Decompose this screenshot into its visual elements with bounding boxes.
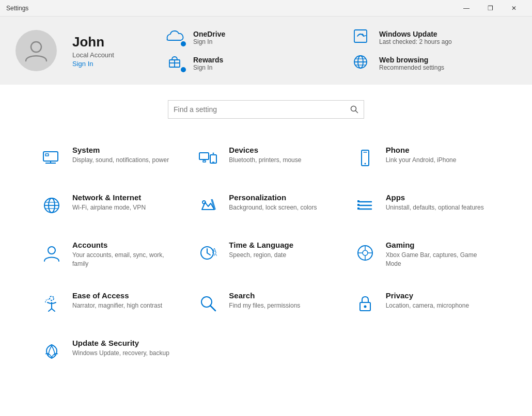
search-box[interactable] xyxy=(168,100,364,119)
accounts-desc: Your accounts, email, sync, work, family xyxy=(72,251,176,268)
service-web-browsing[interactable]: Web browsing Recommended settings xyxy=(351,53,517,74)
settings-item-system[interactable]: System Display, sound, notifications, po… xyxy=(31,134,187,182)
rewards-dot xyxy=(180,66,187,73)
profile-account-type: Local Account xyxy=(72,51,134,59)
svg-text:A: A xyxy=(214,252,217,257)
gaming-text: Gaming Xbox Game Bar, captures, Game Mod… xyxy=(386,241,489,268)
close-button[interactable]: ✕ xyxy=(502,0,526,17)
minimize-button[interactable]: — xyxy=(455,0,478,17)
search-settings-desc: Find my files, permissions xyxy=(229,301,300,310)
settings-item-accounts[interactable]: Accounts Your accounts, email, sync, wor… xyxy=(31,229,187,280)
search-button[interactable] xyxy=(350,105,358,114)
service-windows-update[interactable]: Windows Update Last checked: 2 hours ago xyxy=(351,27,517,49)
time-language-text: Time & Language Speech, region, date xyxy=(229,241,293,260)
profile-signin-link[interactable]: Sign In xyxy=(72,60,134,68)
gaming-icon xyxy=(353,241,378,265)
window-title: Settings xyxy=(6,5,28,12)
accounts-text: Accounts Your accounts, email, sync, wor… xyxy=(72,241,176,268)
devices-desc: Bluetooth, printers, mouse xyxy=(229,156,301,165)
settings-item-gaming[interactable]: Gaming Xbox Game Bar, captures, Game Mod… xyxy=(345,229,501,280)
svg-rect-12 xyxy=(43,152,58,161)
svg-line-41 xyxy=(207,253,210,255)
rewards-text: Rewards Sign In xyxy=(193,56,223,71)
windows-update-text: Windows Update Last checked: 2 hours ago xyxy=(379,30,452,45)
web-browsing-icon-wrap xyxy=(351,53,373,74)
devices-text: Devices Bluetooth, printers, mouse xyxy=(229,146,301,165)
ease-of-access-icon xyxy=(39,291,64,316)
search-section xyxy=(0,85,532,129)
update-security-text: Update & Security Windows Update, recove… xyxy=(72,339,169,358)
settings-item-privacy[interactable]: Privacy Location, camera, microphone xyxy=(345,280,501,327)
onedrive-title: OneDrive xyxy=(193,30,225,38)
profile-header: John Local Account Sign In OneDrive Sign… xyxy=(0,17,532,85)
apps-desc: Uninstall, defaults, optional features xyxy=(386,203,484,212)
apps-text: Apps Uninstall, defaults, optional featu… xyxy=(386,193,484,212)
update-security-title: Update & Security xyxy=(72,339,169,347)
privacy-text: Privacy Location, camera, microphone xyxy=(386,291,469,310)
rewards-icon-wrap xyxy=(165,53,187,74)
settings-item-search[interactable]: Search Find my files, permissions xyxy=(187,280,344,327)
privacy-title: Privacy xyxy=(386,291,469,300)
svg-line-52 xyxy=(49,309,52,311)
onedrive-subtitle: Sign In xyxy=(193,38,225,45)
maximize-button[interactable]: ❐ xyxy=(478,0,502,17)
settings-grid: System Display, sound, notifications, po… xyxy=(0,129,532,380)
settings-item-phone[interactable]: Phone Link your Android, iPhone xyxy=(345,134,501,182)
svg-line-55 xyxy=(210,306,215,311)
settings-item-devices[interactable]: Devices Bluetooth, printers, mouse xyxy=(187,134,344,182)
web-browsing-title: Web browsing xyxy=(379,56,444,64)
onedrive-text: OneDrive Sign In xyxy=(193,30,225,45)
web-browsing-subtitle: Recommended settings xyxy=(379,64,444,71)
ease-of-access-desc: Narrator, magnifier, high contrast xyxy=(72,301,162,310)
svg-rect-17 xyxy=(203,161,206,162)
svg-point-29 xyxy=(202,201,206,204)
settings-item-time-language[interactable]: A A Time & Language Speech, region, date xyxy=(187,229,344,280)
phone-icon xyxy=(353,146,378,170)
svg-point-50 xyxy=(50,296,54,300)
svg-point-23 xyxy=(364,163,366,165)
windows-update-icon-wrap xyxy=(351,27,373,49)
svg-point-20 xyxy=(213,153,214,154)
onedrive-dot xyxy=(180,40,187,47)
settings-item-network[interactable]: Network & Internet Wi-Fi, airplane mode,… xyxy=(31,182,187,229)
windows-update-subtitle: Last checked: 2 hours ago xyxy=(379,38,452,45)
privacy-desc: Location, camera, microphone xyxy=(386,301,469,310)
svg-point-57 xyxy=(364,305,366,308)
svg-rect-15 xyxy=(45,154,49,156)
header-services: OneDrive Sign In Windows Update Last che… xyxy=(165,27,517,74)
apps-title: Apps xyxy=(386,193,484,202)
svg-line-53 xyxy=(52,309,55,311)
system-text: System Display, sound, notifications, po… xyxy=(72,146,169,165)
personalization-title: Personalization xyxy=(229,193,317,202)
settings-item-ease-of-access[interactable]: Ease of Access Narrator, magnifier, high… xyxy=(31,280,187,327)
settings-item-apps[interactable]: Apps Uninstall, defaults, optional featu… xyxy=(345,182,501,229)
settings-item-update-security[interactable]: Update & Security Windows Update, recove… xyxy=(31,327,187,375)
network-desc: Wi-Fi, airplane mode, VPN xyxy=(72,203,146,212)
rewards-title: Rewards xyxy=(193,56,223,64)
svg-point-38 xyxy=(48,247,55,254)
service-onedrive[interactable]: OneDrive Sign In xyxy=(165,27,331,49)
ease-of-access-text: Ease of Access Narrator, magnifier, high… xyxy=(72,291,162,310)
svg-rect-37 xyxy=(357,207,359,210)
onedrive-icon-wrap xyxy=(165,27,187,49)
update-security-desc: Windows Update, recovery, backup xyxy=(72,349,169,358)
personalization-desc: Background, lock screen, colors xyxy=(229,203,317,212)
svg-line-11 xyxy=(356,111,358,113)
settings-item-personalization[interactable]: Personalization Background, lock screen,… xyxy=(187,182,344,229)
network-text: Network & Internet Wi-Fi, airplane mode,… xyxy=(72,193,146,212)
apps-icon xyxy=(353,193,378,218)
personalization-text: Personalization Background, lock screen,… xyxy=(229,193,317,212)
profile-info: John Local Account Sign In xyxy=(72,34,134,68)
search-input[interactable] xyxy=(174,105,350,114)
network-icon xyxy=(39,193,64,218)
privacy-icon xyxy=(353,291,378,316)
svg-rect-35 xyxy=(357,200,359,202)
profile-name: John xyxy=(72,34,134,50)
system-desc: Display, sound, notifications, power xyxy=(72,156,169,165)
gaming-desc: Xbox Game Bar, captures, Game Mode xyxy=(386,251,489,268)
update-security-icon xyxy=(39,339,64,363)
svg-rect-16 xyxy=(199,153,209,159)
service-rewards[interactable]: Rewards Sign In xyxy=(165,53,331,74)
svg-point-0 xyxy=(31,42,41,52)
gaming-title: Gaming xyxy=(386,241,489,249)
